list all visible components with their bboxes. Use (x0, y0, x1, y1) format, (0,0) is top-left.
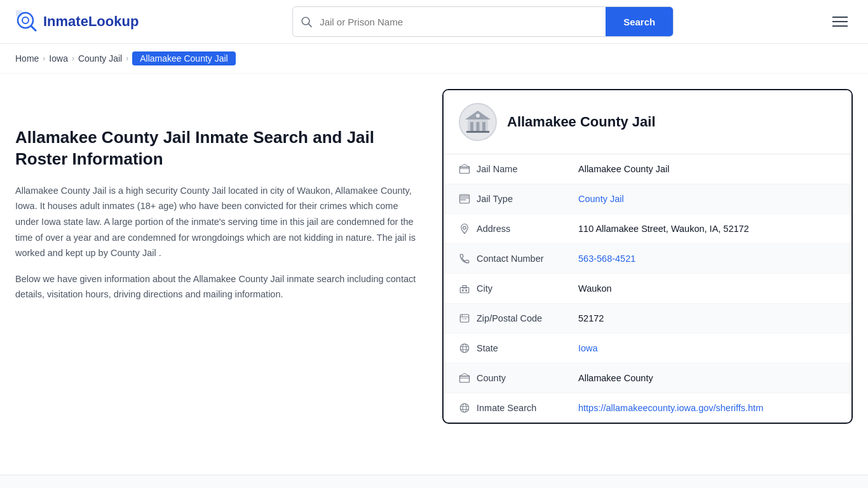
hamburger-line (832, 17, 848, 18)
card-title: Allamakee County Jail (507, 114, 656, 130)
breadcrumb: Home › Iowa › County Jail › Allamakee Co… (0, 44, 868, 74)
info-label: Jail Type (477, 194, 578, 204)
breadcrumb-sep: › (72, 54, 74, 63)
svg-rect-34 (460, 376, 470, 383)
svg-point-20 (463, 226, 466, 229)
info-value: 110 Allamakee Street, Waukon, IA, 52172 (578, 224, 836, 234)
logo-text: InmateLookup (43, 13, 139, 30)
svg-point-1 (22, 17, 29, 24)
svg-point-37 (460, 403, 469, 412)
search-icon (293, 16, 320, 27)
card-header: Allamakee County Jail (444, 90, 851, 154)
jail-icon (459, 163, 477, 175)
info-label: State (477, 343, 578, 353)
info-link[interactable]: https://allamakeecounty.iowa.gov/sheriff… (578, 403, 763, 413)
table-row: Zip/Postal Code52172 (444, 304, 851, 334)
svg-rect-8 (477, 122, 480, 132)
info-value: 52172 (578, 313, 836, 323)
breadcrumb-current: Allamakee County Jail (132, 51, 236, 65)
description-2: Below we have given information about th… (15, 271, 422, 302)
info-card: Allamakee County Jail Jail NameAllamakee… (442, 89, 853, 424)
info-value: Waukon (578, 283, 836, 294)
svg-rect-3 (16, 10, 22, 17)
footer-bar (0, 475, 868, 488)
breadcrumb-home[interactable]: Home (15, 53, 39, 64)
svg-line-5 (309, 24, 312, 27)
left-panel: Allamakee County Jail Inmate Search and … (15, 89, 422, 424)
breadcrumb-sep: › (126, 54, 128, 63)
courthouse-icon (463, 107, 493, 137)
info-label: Address (477, 224, 578, 234)
table-row: Jail TypeCounty Jail (444, 184, 851, 214)
description-1: Allamakee County Jail is a high security… (15, 183, 422, 261)
svg-point-30 (460, 344, 469, 353)
search-button[interactable]: Search (606, 7, 673, 36)
info-label: County (477, 373, 578, 383)
info-link[interactable]: 563-568-4521 (578, 254, 635, 264)
info-value: Allamakee County Jail (578, 164, 836, 174)
breadcrumb-sep: › (43, 54, 45, 63)
info-label: Inmate Search (477, 403, 578, 413)
jail-avatar (459, 103, 497, 141)
info-value[interactable]: https://allamakeecounty.iowa.gov/sheriff… (578, 403, 836, 413)
svg-point-12 (476, 114, 480, 118)
hamburger-line (832, 25, 848, 27)
svg-point-38 (463, 403, 466, 412)
svg-rect-13 (460, 167, 470, 173)
svg-rect-7 (470, 122, 473, 132)
svg-line-2 (31, 26, 36, 30)
search-bar: Search (292, 6, 674, 37)
table-row: Contact Number563-568-4521 (444, 244, 851, 274)
table-row: CityWaukon (444, 274, 851, 304)
info-label: Zip/Postal Code (477, 313, 578, 323)
svg-marker-36 (459, 374, 470, 377)
info-label: City (477, 283, 578, 294)
hamburger-line (832, 21, 848, 22)
info-label: Jail Name (477, 164, 578, 174)
info-value[interactable]: Iowa (578, 343, 836, 353)
table-row: StateIowa (444, 334, 851, 363)
info-label: Contact Number (477, 254, 578, 264)
right-panel: Allamakee County Jail Jail NameAllamakee… (442, 89, 853, 424)
page-title: Allamakee County Jail Inmate Search and … (15, 127, 422, 170)
table-row: CountyAllamakee County (444, 363, 851, 393)
svg-point-31 (463, 344, 466, 353)
svg-rect-9 (482, 122, 485, 132)
svg-rect-24 (466, 290, 467, 292)
search-input[interactable] (320, 10, 606, 34)
location-icon (459, 223, 477, 234)
info-value: Allamakee County (578, 373, 836, 383)
info-link[interactable]: County Jail (578, 194, 624, 204)
state-icon (459, 342, 477, 354)
breadcrumb-county-jail[interactable]: County Jail (78, 53, 122, 64)
phone-icon (459, 253, 477, 264)
site-logo[interactable]: InmateLookup (15, 10, 139, 33)
logo-icon (15, 10, 38, 33)
svg-rect-23 (462, 290, 463, 292)
table-row: Address110 Allamakee Street, Waukon, IA,… (444, 214, 851, 244)
breadcrumb-iowa[interactable]: Iowa (49, 53, 68, 64)
county-icon (459, 372, 477, 384)
zip-icon (459, 313, 477, 324)
svg-rect-25 (460, 315, 469, 322)
info-rows: Jail NameAllamakee County JailJail TypeC… (444, 154, 851, 423)
svg-rect-11 (466, 131, 489, 133)
city-icon (459, 283, 477, 294)
table-row: Inmate Searchhttps://allamakeecounty.iow… (444, 393, 851, 423)
type-icon (459, 193, 477, 205)
menu-button[interactable] (827, 11, 853, 32)
web-icon (459, 402, 477, 414)
svg-rect-22 (463, 286, 466, 288)
info-value[interactable]: County Jail (578, 194, 836, 204)
svg-marker-15 (459, 165, 470, 168)
info-value[interactable]: 563-568-4521 (578, 254, 836, 264)
table-row: Jail NameAllamakee County Jail (444, 154, 851, 184)
info-link[interactable]: Iowa (578, 343, 598, 353)
